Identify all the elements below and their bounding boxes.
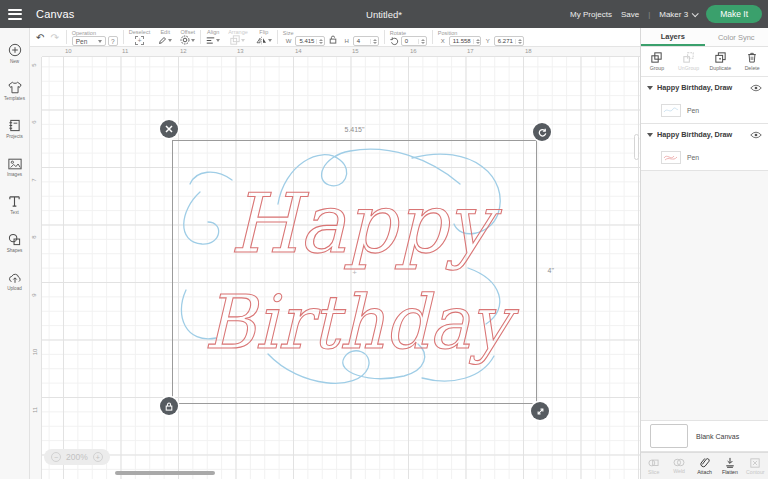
header-divider: | [648,10,650,19]
resize-handle[interactable] [531,402,549,420]
height-input[interactable]: 4 [353,36,379,46]
sidebar-item-images[interactable]: Images [0,148,30,186]
ungroup-icon [683,52,694,63]
rotate-ccw-icon[interactable] [390,37,399,46]
width-input[interactable]: 5.415 [295,36,325,46]
layer-actions-bar: Group UnGroup Duplicate Delete [641,47,768,77]
align-button[interactable]: Align [206,29,220,45]
rotate-handle[interactable] [533,123,551,141]
layer-group-header[interactable]: Happy Birthday, Draw [641,124,768,145]
rotate-stepper[interactable] [418,39,425,44]
y-stepper[interactable] [515,39,522,44]
zoom-out-button[interactable]: − [51,452,61,462]
sidebar-item-new[interactable]: New [0,34,30,72]
horizontal-ruler: 10 11 12 13 14 15 16 17 18 [42,47,640,57]
resize-arrows-icon [536,407,545,416]
panel-resize-grip[interactable] [634,134,639,160]
new-plus-icon [8,43,22,57]
my-projects-link[interactable]: My Projects [570,10,612,19]
ruler-tick: 13 [237,48,244,54]
width-stepper[interactable] [316,39,323,44]
horizontal-scrollbar[interactable] [115,471,215,475]
make-it-button[interactable]: Make It [706,5,762,23]
flip-button[interactable]: Flip [256,29,272,45]
ungroup-button: UnGroup [673,47,705,76]
contour-button: Contour [743,453,768,479]
ruler-tick: 10 [65,48,72,54]
attach-button[interactable]: Attach [692,453,717,479]
close-icon [165,125,173,133]
eye-icon[interactable] [750,131,762,139]
app-header: Canvas Untitled* My Projects Save | Make… [0,0,768,28]
height-stepper[interactable] [370,39,377,44]
layer-item[interactable]: Pen [641,98,768,123]
chevron-down-icon [268,39,272,42]
operation-select[interactable]: Pen [72,36,106,46]
canvas-workspace[interactable]: 10 11 12 13 14 15 16 17 18 5 6 7 8 9 10 … [30,28,640,479]
offset-button[interactable]: Offset [180,29,195,45]
layer-group-header[interactable]: Happy Birthday, Draw [641,77,768,98]
sidebar-item-templates[interactable]: Templates [0,72,30,110]
lock-handle[interactable] [160,397,178,415]
notebook-icon [8,119,21,132]
undo-icon[interactable]: ↶ [36,32,44,43]
trash-icon [747,52,757,63]
ruler-tick: 5 [31,63,37,66]
operation-help-button[interactable]: ? [108,36,118,46]
selection-bounding-box[interactable]: 5.415" 4" + [172,140,537,404]
ruler-tick: 10 [32,349,38,356]
tab-color-sync[interactable]: Color Sync [705,28,768,46]
menu-icon[interactable] [0,0,30,28]
ruler-tick: 11 [122,48,128,54]
deselect-icon: + [135,36,144,45]
sidebar-item-upload[interactable]: Upload [0,262,30,300]
duplicate-icon [715,52,726,63]
chevron-down-icon [692,10,699,17]
flatten-button[interactable]: Flatten [717,453,742,479]
page-title: Canvas [36,8,75,20]
ruler-corner [30,47,42,57]
design-sidebar: New Templates Projects Images Text Shape… [0,28,30,479]
document-title[interactable]: Untitled* [366,9,402,20]
caret-down-icon[interactable] [647,133,653,137]
layer-operation-label: Pen [687,107,699,114]
rotate-input[interactable]: 0 [401,36,427,46]
layer-operation-label: Pen [687,154,699,161]
x-position-input[interactable]: 11.558 [449,36,481,46]
chevron-down-icon [191,39,195,42]
tab-layers[interactable]: Layers [641,28,705,46]
caret-down-icon[interactable] [647,86,653,90]
redo-icon[interactable]: ↷ [50,32,58,43]
eye-icon[interactable] [750,84,762,92]
layer-item[interactable]: Pen [641,145,768,170]
x-stepper[interactable] [473,39,480,44]
flip-icon [256,36,267,45]
delete-button[interactable]: Delete [736,47,768,76]
canvas-color-swatch[interactable] [650,424,688,448]
shapes-icon [8,233,21,246]
ruler-tick: 9 [31,293,37,296]
machine-selector[interactable]: Maker 3 [659,10,697,19]
save-link[interactable]: Save [621,10,639,19]
ruler-tick: 8 [31,235,37,238]
edit-button[interactable]: Edit [158,29,172,45]
lock-open-icon[interactable] [329,35,337,44]
sidebar-item-projects[interactable]: Projects [0,110,30,148]
deselect-button[interactable]: Deselect + [129,29,150,45]
sidebar-item-text[interactable]: Text [0,186,30,224]
sidebar-item-shapes[interactable]: Shapes [0,224,30,262]
group-button[interactable]: Group [641,47,673,76]
blank-canvas-label: Blank Canvas [696,433,739,440]
delete-handle[interactable] [160,120,178,138]
rotate-icon [538,128,547,137]
weld-icon [673,458,685,467]
duplicate-button[interactable]: Duplicate [705,47,737,76]
ruler-tick: 7 [31,178,37,181]
zoom-in-button[interactable]: + [93,452,103,462]
chevron-down-icon [216,39,220,42]
y-position-input[interactable]: 6.271 [494,36,524,46]
flatten-icon [725,457,735,468]
chevron-down-icon [98,40,102,43]
layer-thumbnail [661,104,681,117]
ruler-tick: 17 [467,48,474,54]
